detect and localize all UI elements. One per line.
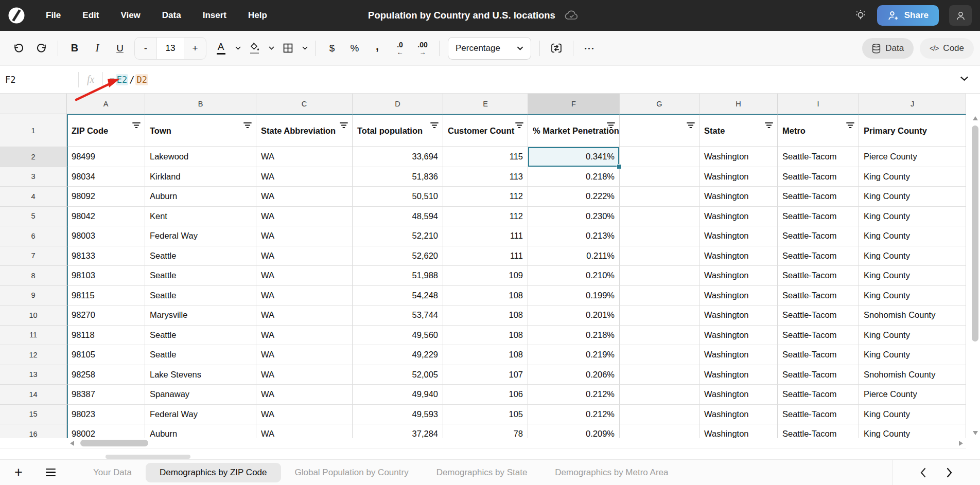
cell-C4[interactable]: WA [256, 187, 353, 207]
cell-A4[interactable]: 98092 [67, 187, 145, 207]
cell-G6[interactable] [620, 226, 699, 246]
cell-B10[interactable]: Marysville [145, 306, 256, 326]
header-cell-G1[interactable] [620, 114, 699, 147]
menu-view[interactable]: View [110, 0, 151, 31]
tab-demographics-by-state[interactable]: Demographics by State [423, 463, 541, 482]
tab-strip-scrollbar-thumb[interactable] [106, 455, 190, 459]
cell-E13[interactable]: 107 [443, 365, 528, 385]
cell-D3[interactable]: 51,836 [353, 167, 443, 187]
cell-A14[interactable]: 98387 [67, 385, 145, 405]
header-cell-I1[interactable]: Metro [778, 114, 859, 147]
text-color-dropdown-chevron-icon[interactable] [233, 46, 243, 50]
header-cell-D1[interactable]: Total population [353, 114, 443, 147]
cell-C6[interactable]: WA [256, 226, 353, 246]
cell-G9[interactable] [620, 286, 699, 306]
cell-B11[interactable]: Seattle [145, 326, 256, 346]
row-number-15[interactable]: 15 [0, 405, 67, 425]
tab-demographics-by-zip-code[interactable]: Demographics by ZIP Code [146, 463, 281, 482]
cell-J6[interactable]: King County [859, 226, 966, 246]
filter-icon[interactable] [243, 120, 252, 131]
cell-E15[interactable]: 105 [443, 405, 528, 425]
cell-F8[interactable]: 0.210% [528, 266, 620, 286]
row-number-14[interactable]: 14 [0, 385, 67, 405]
tips-lightbulb-icon[interactable] [854, 9, 867, 22]
menu-file[interactable]: File [35, 0, 72, 31]
more-options-button[interactable]: ••• [579, 37, 601, 60]
cell-E3[interactable]: 113 [443, 167, 528, 187]
cell-G12[interactable] [620, 345, 699, 365]
cell-E6[interactable]: 111 [443, 226, 528, 246]
decrease-decimal-button[interactable]: .0← [389, 37, 411, 60]
cell-H15[interactable]: Washington [699, 405, 778, 425]
cell-H4[interactable]: Washington [699, 187, 778, 207]
font-size-value[interactable]: 13 [156, 37, 184, 60]
cell-E2[interactable]: 115 [443, 147, 528, 167]
column-header-G[interactable]: G [620, 94, 699, 114]
menu-edit[interactable]: Edit [72, 0, 110, 31]
cell-B13[interactable]: Lake Stevens [145, 365, 256, 385]
cell-B4[interactable]: Auburn [145, 187, 256, 207]
cell-A6[interactable]: 98003 [67, 226, 145, 246]
filter-icon[interactable] [687, 120, 695, 131]
cell-D8[interactable]: 51,988 [353, 266, 443, 286]
scroll-left-arrow-icon[interactable] [70, 441, 74, 446]
font-size-increase-button[interactable]: + [184, 37, 206, 60]
menu-help[interactable]: Help [237, 0, 278, 31]
number-format-dropdown[interactable]: Percentage [448, 37, 531, 60]
row-number-2[interactable]: 2 [0, 147, 67, 167]
cell-D5[interactable]: 48,594 [353, 207, 443, 227]
fill-color-dropdown-chevron-icon[interactable] [267, 46, 276, 50]
cell-B8[interactable]: Seattle [145, 266, 256, 286]
cell-H5[interactable]: Washington [699, 207, 778, 227]
cell-J2[interactable]: Pierce County [859, 147, 966, 167]
tabs-scroll-right-chevron-icon[interactable] [947, 468, 953, 478]
cell-H9[interactable]: Washington [699, 286, 778, 306]
cell-I3[interactable]: Seattle-Tacom [778, 167, 859, 187]
redo-button[interactable] [30, 37, 52, 60]
row-number-11[interactable]: 11 [0, 326, 67, 346]
row-number-6[interactable]: 6 [0, 226, 67, 246]
cell-G13[interactable] [620, 365, 699, 385]
cell-D9[interactable]: 54,248 [353, 286, 443, 306]
code-panel-button[interactable]: </> Code [920, 38, 974, 59]
cell-G5[interactable] [620, 207, 699, 227]
cell-G2[interactable] [620, 147, 699, 167]
cell-C9[interactable]: WA [256, 286, 353, 306]
cell-C5[interactable]: WA [256, 207, 353, 227]
cell-B5[interactable]: Kent [145, 207, 256, 227]
cell-C10[interactable]: WA [256, 306, 353, 326]
cell-reference-box[interactable]: F2 [0, 75, 78, 85]
cell-F7[interactable]: 0.211% [528, 246, 620, 266]
header-cell-F1[interactable]: % Market Penetration [528, 114, 620, 147]
cell-A5[interactable]: 98042 [67, 207, 145, 227]
cell-H6[interactable]: Washington [699, 226, 778, 246]
cell-G4[interactable] [620, 187, 699, 207]
cell-A9[interactable]: 98115 [67, 286, 145, 306]
column-header-J[interactable]: J [859, 94, 966, 114]
column-header-B[interactable]: B [145, 94, 256, 114]
cell-I4[interactable]: Seattle-Tacom [778, 187, 859, 207]
row-number-3[interactable]: 3 [0, 167, 67, 187]
percent-format-button[interactable]: % [343, 37, 366, 60]
header-cell-H1[interactable]: State [699, 114, 778, 147]
tab-your-data[interactable]: Your Data [79, 463, 146, 482]
cell-F12[interactable]: 0.219% [528, 345, 620, 365]
borders-button[interactable] [276, 37, 299, 60]
header-cell-E1[interactable]: Customer Count [443, 114, 528, 147]
text-color-button[interactable]: A [209, 37, 232, 60]
cell-D15[interactable]: 49,593 [353, 405, 443, 425]
cell-B3[interactable]: Kirkland [145, 167, 256, 187]
cell-B9[interactable]: Seattle [145, 286, 256, 306]
cell-B14[interactable]: Spanaway [145, 385, 256, 405]
cell-I15[interactable]: Seattle-Tacom [778, 405, 859, 425]
cell-H10[interactable]: Washington [699, 306, 778, 326]
cell-E14[interactable]: 106 [443, 385, 528, 405]
row-number-1[interactable]: 1 [0, 114, 67, 147]
filter-icon[interactable] [607, 120, 615, 131]
cell-H3[interactable]: Washington [699, 167, 778, 187]
formula-expression[interactable]: =E2/D2 [103, 74, 148, 85]
filter-icon[interactable] [132, 120, 141, 131]
cell-F16[interactable]: 0.209% [528, 424, 620, 438]
sheet-list-menu-button[interactable] [39, 461, 62, 484]
filter-icon[interactable] [340, 120, 348, 131]
